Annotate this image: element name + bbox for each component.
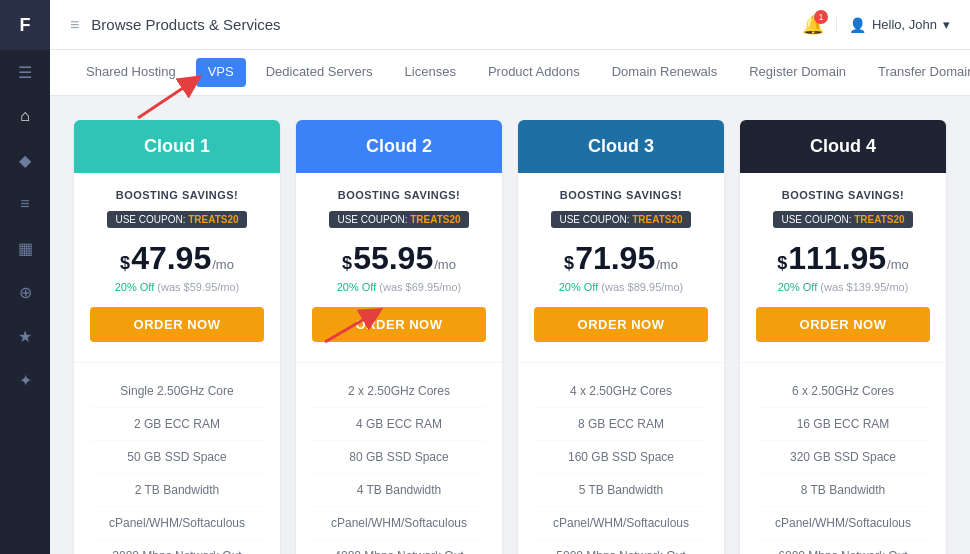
- card-header-1: Cloud 1: [74, 120, 280, 173]
- sidebar-icon-chart[interactable]: ✦: [0, 358, 50, 402]
- user-icon: 👤: [849, 17, 866, 33]
- price-dollar-4: $: [777, 253, 787, 274]
- coupon-badge-2: USE COUPON: TREATS20: [329, 211, 468, 228]
- coupon-code-4: TREATS20: [854, 214, 904, 225]
- feature-item-2-5: cPanel/WHM/Softaculous: [312, 507, 486, 540]
- card-features-4: 6 x 2.50GHz Cores16 GB ECC RAM320 GB SSD…: [740, 362, 946, 554]
- feature-item-4-4: 8 TB Bandwidth: [756, 474, 930, 507]
- price-amount-4: 111.95: [788, 240, 886, 277]
- tab-vps[interactable]: VPS: [196, 58, 246, 87]
- card-header-2: Cloud 2: [296, 120, 502, 173]
- sidebar-icon-star[interactable]: ★: [0, 314, 50, 358]
- feature-item-2-6: 4000 Mbps Network Out: [312, 540, 486, 554]
- sidebar-icon-list[interactable]: ≡: [0, 182, 50, 226]
- sidebar-icon-grid[interactable]: ▦: [0, 226, 50, 270]
- price-dollar-2: $: [342, 253, 352, 274]
- content-area: Cloud 1 BOOSTING SAVINGS! USE COUPON: TR…: [50, 96, 970, 554]
- notification-bell[interactable]: 🔔 1: [802, 14, 824, 36]
- coupon-code-3: TREATS20: [632, 214, 682, 225]
- tab-licenses[interactable]: Licenses: [389, 50, 472, 95]
- feature-item-1-4: 2 TB Bandwidth: [90, 474, 264, 507]
- boosting-text-1: BOOSTING SAVINGS!: [90, 189, 264, 201]
- feature-item-4-6: 6000 Mbps Network Out: [756, 540, 930, 554]
- order-button-1[interactable]: ORDER NOW: [90, 307, 264, 342]
- feature-item-1-3: 50 GB SSD Space: [90, 441, 264, 474]
- pricing-cards-grid: Cloud 1 BOOSTING SAVINGS! USE COUPON: TR…: [74, 120, 946, 554]
- price-block-2: $ 55.95 /mo: [312, 240, 486, 277]
- card-body-1: BOOSTING SAVINGS! USE COUPON: TREATS20 $…: [74, 173, 280, 362]
- feature-item-4-1: 6 x 2.50GHz Cores: [756, 375, 930, 408]
- feature-item-1-2: 2 GB ECC RAM: [90, 408, 264, 441]
- boosting-text-2: BOOSTING SAVINGS!: [312, 189, 486, 201]
- card-features-3: 4 x 2.50GHz Cores8 GB ECC RAM160 GB SSD …: [518, 362, 724, 554]
- feature-item-3-6: 5000 Mbps Network Out: [534, 540, 708, 554]
- price-amount-1: 47.95: [131, 240, 211, 277]
- feature-item-3-5: cPanel/WHM/Softaculous: [534, 507, 708, 540]
- pricing-card-2: Cloud 2 BOOSTING SAVINGS! USE COUPON: TR…: [296, 120, 502, 554]
- tab-transfer-domain[interactable]: Transfer Domain: [862, 50, 970, 95]
- tab-product-addons[interactable]: Product Addons: [472, 50, 596, 95]
- feature-item-2-4: 4 TB Bandwidth: [312, 474, 486, 507]
- user-menu[interactable]: 👤 Hello, John ▾: [836, 17, 950, 33]
- order-button-2[interactable]: ORDER NOW: [312, 307, 486, 342]
- user-caret-icon: ▾: [943, 17, 950, 32]
- main-content: ≡ Browse Products & Services 🔔 1 👤 Hello…: [50, 0, 970, 554]
- feature-item-3-1: 4 x 2.50GHz Cores: [534, 375, 708, 408]
- coupon-badge-1: USE COUPON: TREATS20: [107, 211, 246, 228]
- coupon-code-1: TREATS20: [188, 214, 238, 225]
- feature-item-2-1: 2 x 2.50GHz Cores: [312, 375, 486, 408]
- price-block-1: $ 47.95 /mo: [90, 240, 264, 277]
- price-block-3: $ 71.95 /mo: [534, 240, 708, 277]
- discount-text-1: 20% Off (was $59.95/mo): [90, 281, 264, 293]
- pricing-card-3: Cloud 3 BOOSTING SAVINGS! USE COUPON: TR…: [518, 120, 724, 554]
- sidebar: F ☰ ⌂ ◆ ≡ ▦ ⊕ ★ ✦: [0, 0, 50, 554]
- card-header-4: Cloud 4: [740, 120, 946, 173]
- tab-domain-renewals[interactable]: Domain Renewals: [596, 50, 734, 95]
- sidebar-icon-home[interactable]: ⌂: [0, 94, 50, 138]
- order-button-3[interactable]: ORDER NOW: [534, 307, 708, 342]
- price-amount-3: 71.95: [575, 240, 655, 277]
- card-header-3: Cloud 3: [518, 120, 724, 173]
- card-body-3: BOOSTING SAVINGS! USE COUPON: TREATS20 $…: [518, 173, 724, 362]
- tab-dedicated-servers[interactable]: Dedicated Servers: [250, 50, 389, 95]
- price-amount-2: 55.95: [353, 240, 433, 277]
- order-button-4[interactable]: ORDER NOW: [756, 307, 930, 342]
- feature-item-1-1: Single 2.50GHz Core: [90, 375, 264, 408]
- price-dollar-3: $: [564, 253, 574, 274]
- user-greeting: Hello, John: [872, 17, 937, 32]
- tab-shared-hosting[interactable]: Shared Hosting: [70, 50, 192, 95]
- discount-text-4: 20% Off (was $139.95/mo): [756, 281, 930, 293]
- topbar: ≡ Browse Products & Services 🔔 1 👤 Hello…: [50, 0, 970, 50]
- price-period-2: /mo: [434, 257, 456, 272]
- nav-tabs: Shared Hosting VPS Dedicated Servers Lic…: [50, 50, 970, 96]
- discount-text-2: 20% Off (was $69.95/mo): [312, 281, 486, 293]
- feature-item-4-2: 16 GB ECC RAM: [756, 408, 930, 441]
- card-body-4: BOOSTING SAVINGS! USE COUPON: TREATS20 $…: [740, 173, 946, 362]
- tab-register-domain[interactable]: Register Domain: [733, 50, 862, 95]
- feature-item-2-2: 4 GB ECC RAM: [312, 408, 486, 441]
- card-body-2: BOOSTING SAVINGS! USE COUPON: TREATS20 $…: [296, 173, 502, 362]
- card-features-1: Single 2.50GHz Core2 GB ECC RAM50 GB SSD…: [74, 362, 280, 554]
- price-period-1: /mo: [212, 257, 234, 272]
- feature-item-4-5: cPanel/WHM/Softaculous: [756, 507, 930, 540]
- coupon-badge-3: USE COUPON: TREATS20: [551, 211, 690, 228]
- page-title: Browse Products & Services: [91, 16, 790, 33]
- feature-item-3-4: 5 TB Bandwidth: [534, 474, 708, 507]
- sidebar-icon-box[interactable]: ◆: [0, 138, 50, 182]
- pricing-card-4: Cloud 4 BOOSTING SAVINGS! USE COUPON: TR…: [740, 120, 946, 554]
- coupon-badge-4: USE COUPON: TREATS20: [773, 211, 912, 228]
- coupon-code-2: TREATS20: [410, 214, 460, 225]
- feature-item-3-3: 160 GB SSD Space: [534, 441, 708, 474]
- notification-badge: 1: [814, 10, 828, 24]
- price-period-4: /mo: [887, 257, 909, 272]
- sidebar-icon-menu[interactable]: ☰: [0, 50, 50, 94]
- sidebar-icon-globe[interactable]: ⊕: [0, 270, 50, 314]
- feature-item-2-3: 80 GB SSD Space: [312, 441, 486, 474]
- price-block-4: $ 111.95 /mo: [756, 240, 930, 277]
- boosting-text-3: BOOSTING SAVINGS!: [534, 189, 708, 201]
- topbar-menu-icon[interactable]: ≡: [70, 16, 79, 34]
- price-dollar-1: $: [120, 253, 130, 274]
- card-features-2: 2 x 2.50GHz Cores4 GB ECC RAM80 GB SSD S…: [296, 362, 502, 554]
- feature-item-4-3: 320 GB SSD Space: [756, 441, 930, 474]
- feature-item-3-2: 8 GB ECC RAM: [534, 408, 708, 441]
